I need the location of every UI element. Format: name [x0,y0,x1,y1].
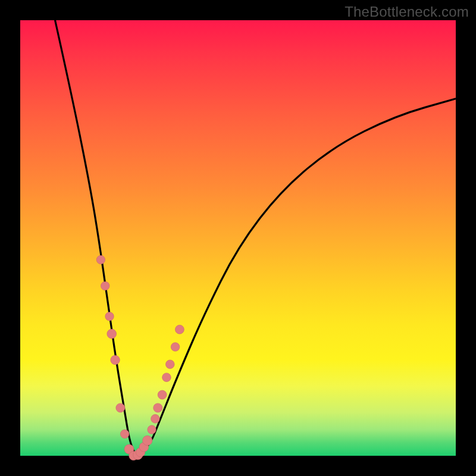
data-marker [143,436,152,445]
plot-area [20,20,456,456]
marker-group [96,255,184,460]
data-marker [111,355,120,365]
bottleneck-curve [55,20,456,455]
data-marker [116,403,125,412]
chart-svg [20,20,456,456]
data-marker [105,312,114,321]
chart-frame: TheBottleneck.com [0,0,476,476]
data-marker [120,430,129,439]
data-marker [148,425,156,434]
data-marker [162,373,171,382]
data-marker [154,403,162,412]
data-marker [107,329,117,339]
data-marker [101,281,109,290]
data-marker [151,415,160,424]
data-marker [175,325,184,334]
data-marker [96,255,105,264]
data-marker [165,360,174,369]
data-marker [171,343,180,352]
watermark-text: TheBottleneck.com [345,4,469,20]
data-marker [158,390,167,399]
